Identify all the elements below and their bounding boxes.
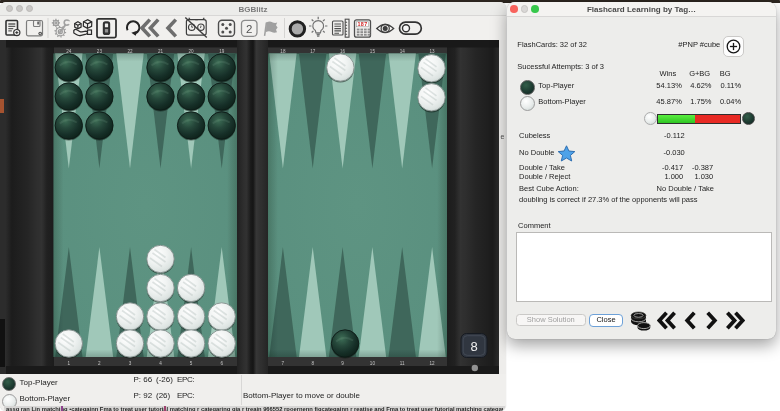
svg-text:22: 22 — [127, 49, 133, 54]
svg-text:2: 2 — [246, 23, 252, 35]
svg-text:24: 24 — [66, 49, 72, 54]
svg-text:9: 9 — [341, 361, 344, 366]
svg-text:21: 21 — [158, 49, 164, 54]
svg-text:187: 187 — [358, 21, 368, 27]
svg-text:7: 7 — [282, 361, 285, 366]
svg-text:18: 18 — [280, 49, 286, 54]
svg-text:14: 14 — [400, 49, 406, 54]
svg-text:19: 19 — [219, 49, 225, 54]
svg-text:16: 16 — [340, 49, 346, 54]
svg-text:15: 15 — [370, 49, 376, 54]
svg-text:13: 13 — [430, 49, 436, 54]
svg-text:5: 5 — [190, 361, 193, 366]
svg-text:4: 4 — [159, 361, 162, 366]
svg-text:20: 20 — [189, 49, 195, 54]
svg-text:2: 2 — [98, 361, 101, 366]
svg-text:8: 8 — [311, 361, 314, 366]
svg-text:12: 12 — [430, 361, 436, 366]
svg-text:23: 23 — [97, 49, 103, 54]
svg-text:e: e — [501, 133, 505, 140]
svg-text:6: 6 — [220, 361, 223, 366]
svg-text:17: 17 — [310, 49, 316, 54]
svg-text:8: 8 — [470, 339, 477, 354]
svg-text:3: 3 — [129, 361, 132, 366]
svg-text:1: 1 — [68, 361, 71, 366]
svg-text:10: 10 — [370, 361, 376, 366]
svg-text:11: 11 — [400, 361, 405, 366]
